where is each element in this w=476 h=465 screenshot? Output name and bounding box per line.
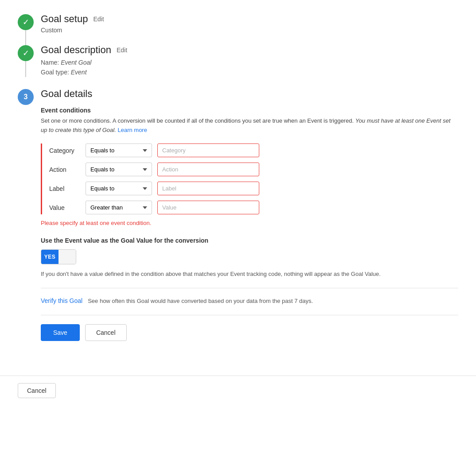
step3-title: Goal details	[41, 88, 92, 100]
condition-input-label[interactable]	[157, 182, 259, 195]
step2-title: Goal description	[41, 44, 111, 56]
cancel-bottom-button[interactable]: Cancel	[18, 383, 56, 398]
toggle-container: YES	[41, 249, 458, 264]
divider1	[41, 288, 458, 288]
step2-content: Goal description Edit Name: Event Goal G…	[41, 44, 458, 78]
condition-select-label[interactable]: Equals to Not equals Contains Begins wit…	[86, 182, 152, 195]
condition-row-value: Value Equals to Not equals Contains Begi…	[49, 201, 458, 214]
toggle-yes[interactable]: YES	[41, 250, 59, 264]
condition-select-category[interactable]: Equals to Not equals Contains Begins wit…	[86, 143, 152, 157]
condition-input-category[interactable]	[157, 143, 259, 157]
condition-row-category: Category Equals to Not equals Contains B…	[49, 143, 458, 157]
goal-details-content: Event conditions Set one or more conditi…	[41, 107, 458, 341]
condition-select-action[interactable]: Equals to Not equals Contains Begins wit…	[86, 163, 152, 176]
checkmark-icon: ✓	[23, 17, 29, 27]
buttons-section: Save Cancel	[41, 324, 458, 341]
verify-section: Verify this Goal See how often this Goal…	[41, 297, 458, 304]
step1-connector	[25, 30, 26, 46]
step2-type-label: Goal type:	[41, 69, 69, 76]
step1: ✓ Goal setup Edit Custom	[18, 13, 458, 34]
condition-select-value[interactable]: Equals to Not equals Contains Begins wit…	[86, 201, 152, 214]
condition-row-action: Action Equals to Not equals Contains Beg…	[49, 163, 458, 176]
event-conditions-desc: Set one or more conditions. A conversion…	[41, 116, 458, 135]
step3-content: Goal details Event conditions Set one or…	[41, 88, 458, 352]
step2: ✓ Goal description Edit Name: Event Goal…	[18, 44, 458, 78]
condition-input-value[interactable]	[157, 201, 259, 214]
verify-desc: See how often this Goal would have conve…	[88, 298, 313, 304]
step2-name-value: Event Goal	[61, 59, 91, 66]
step2-connector	[25, 61, 26, 77]
save-button[interactable]: Save	[41, 324, 80, 341]
step3-number: 3	[24, 93, 28, 101]
cancel-button[interactable]: Cancel	[85, 324, 127, 341]
step3-header: Goal details	[41, 88, 458, 100]
event-conditions-text: Set one or more conditions. A conversion…	[41, 117, 354, 124]
condition-label-action: Action	[49, 166, 80, 173]
learn-more-link[interactable]: Learn more	[117, 127, 147, 133]
bottom-bar: Cancel	[0, 376, 476, 405]
step1-title: Goal setup	[41, 13, 88, 25]
toggle-no[interactable]	[59, 250, 76, 264]
divider2	[41, 315, 458, 315]
condition-input-action[interactable]	[157, 163, 259, 176]
verify-goal-link[interactable]: Verify this Goal	[41, 297, 82, 304]
yes-no-toggle[interactable]: YES	[41, 249, 76, 264]
error-message: Please specify at least one event condit…	[41, 220, 458, 226]
step2-header: Goal description Edit	[41, 44, 458, 56]
step3-icon: 3	[18, 89, 34, 105]
step2-meta: Name: Event Goal Goal type: Event	[41, 58, 458, 78]
step1-edit-link[interactable]: Edit	[93, 16, 104, 23]
step1-content: Goal setup Edit Custom	[41, 13, 458, 34]
step2-icon: ✓	[18, 45, 34, 61]
goal-value-section: Use the Event value as the Goal Value fo…	[41, 237, 458, 279]
step1-icon: ✓	[18, 14, 34, 30]
step1-subtitle: Custom	[41, 27, 458, 34]
condition-label-label: Label	[49, 185, 80, 192]
conditions-container: Category Equals to Not equals Contains B…	[41, 143, 458, 214]
condition-row-label: Label Equals to Not equals Contains Begi…	[49, 182, 458, 195]
checkmark2-icon: ✓	[23, 48, 29, 58]
step2-edit-link[interactable]: Edit	[117, 46, 127, 54]
goal-value-title: Use the Event value as the Goal Value fo…	[41, 237, 458, 244]
condition-label-category: Category	[49, 147, 80, 154]
step2-type-value: Event	[71, 69, 87, 76]
toggle-desc: If you don't have a value defined in the…	[41, 270, 458, 279]
step1-header: Goal setup Edit	[41, 13, 458, 25]
step3: 3 Goal details Event conditions Set one …	[18, 88, 458, 352]
condition-label-value: Value	[49, 204, 80, 211]
event-conditions-title: Event conditions	[41, 107, 458, 114]
step2-name-label: Name:	[41, 59, 59, 66]
